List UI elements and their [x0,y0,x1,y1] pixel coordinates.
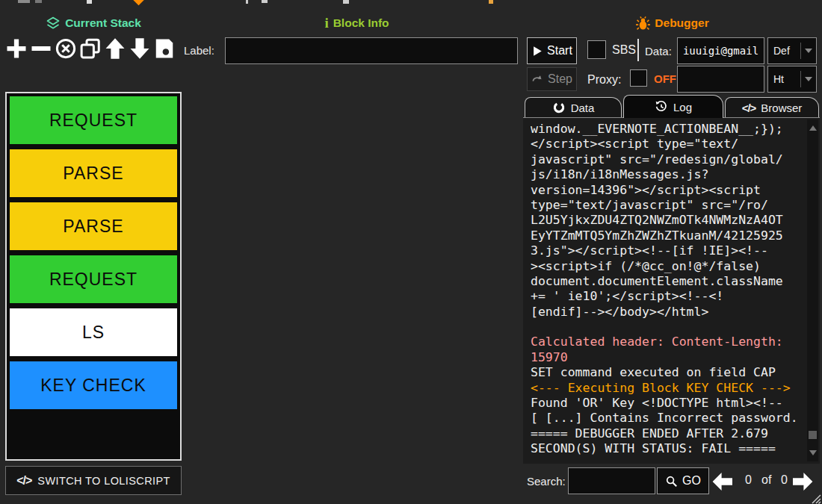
log-line: EyYTZmMTQ5YmZhZWZhZTkuanM/42125925 [531,228,805,243]
bug-icon [636,16,650,31]
tab-data[interactable]: Data [525,97,622,117]
switch-to-loliscript-button[interactable]: </> SWITCH TO LOLISCRIPT [5,466,182,495]
log-line: window.__EVERNOTE_ACTIONBEAN__;}); [531,122,805,137]
start-button-label: Start [547,44,572,57]
debugger-log-panel: window.__EVERNOTE_ACTIONBEAN__;});</scri… [523,117,820,464]
match-position: 0 [745,473,752,487]
log-line: ===== DEBUGGER ENDED AFTER 2.679 [531,426,805,441]
stack-block-request[interactable]: REQUEST [9,96,178,145]
wordlist-type-value: Def [768,45,800,57]
data-input[interactable] [677,37,764,64]
arrow-left-icon [711,473,735,491]
debugger-header: Debugger [523,14,822,32]
clipped-toolbar-fragment [87,0,92,4]
stack-list: REQUESTPARSEPARSEREQUESTLSKEY CHECK [5,92,182,461]
go-button-label: GO [682,474,701,488]
scroll-down-icon[interactable] [809,450,817,455]
tab-label: Browser [761,102,802,114]
tab-browser[interactable]: </>Browser [725,97,819,117]
proxy-checkbox[interactable] [630,69,647,87]
previous-match-button[interactable] [710,470,737,493]
openbullet-stacker-window: Current Stack i Block Info Debugger Labe… [0,0,822,504]
debugger-title: Debugger [655,16,708,30]
log-line: js/i18n/i18nMessages.js? [531,167,805,182]
plus-icon [5,37,28,63]
data-caption: Data: [645,45,672,57]
clipped-toolbar-fragment [18,0,30,3]
code-icon: </> [742,102,756,114]
stack-block-request[interactable]: REQUEST [9,255,178,304]
add-block-button[interactable] [4,35,28,65]
log-line: ><script>if (/*@cc_on!@*/false) [531,259,805,274]
search-icon [665,475,678,488]
sbs-label: SBS [612,43,636,57]
proxy-input[interactable] [677,66,764,93]
chevron-down-icon [801,49,816,53]
resize-grip-icon[interactable] [812,494,821,503]
code-icon: </> [16,474,31,488]
search-go-button[interactable]: GO [657,467,709,494]
log-line: <--- Executing Block KEY CHECK ---> [531,381,805,396]
log-line: [ [...] Contains Incorrect password. [531,411,805,426]
log-line: SET command executed on field CAP [531,365,805,380]
current-stack-header: Current Stack [0,14,187,32]
clear-stack-button[interactable] [54,35,77,65]
scrollbar-thumb[interactable] [809,431,817,439]
log-line: 3.js"></script><!--[if !IE]><!-- [531,243,805,258]
history-icon [655,100,668,113]
tab-log[interactable]: Log [623,95,723,118]
clipped-toolbar-fragment [246,0,248,4]
arrow-right-icon [790,473,814,491]
chevron-down-icon [801,77,816,81]
circle-x-icon [55,37,77,63]
stack-blocks: REQUESTPARSEPARSEREQUESTLSKEY CHECK [7,93,180,416]
block-label-input[interactable] [225,37,518,64]
log-line: Found 'OR' Key <!DOCTYPE html><!-- [531,396,805,411]
search-input[interactable] [568,467,655,494]
clipped-toolbar-fragment [133,0,145,5]
log-line: javascript" src="/redesign/global/ [531,152,805,167]
clipped-toolbar-fragment [343,0,349,4]
minus-icon [30,37,52,63]
move-block-up-button[interactable] [103,35,126,65]
stack-block-ls[interactable]: LS [9,308,178,357]
proxy-type-dropdown[interactable]: Ht [767,66,817,93]
match-of-label: of [761,473,771,487]
debugger-tabbar: DataLog</>Browser [523,95,820,117]
move-block-down-button[interactable] [128,35,151,65]
tab-label: Log [673,101,692,113]
clipped-toolbar-fragment [262,0,268,3]
block-info-title: Block Info [333,16,389,30]
start-debugger-button[interactable]: Start [527,37,577,64]
play-icon [531,46,543,57]
proxy-type-value: Ht [768,73,800,85]
wordlist-type-dropdown[interactable]: Def [767,37,817,64]
log-line: document.documentElement.className [531,274,805,289]
arrow-up-icon [104,37,126,63]
block-label-caption: Label: [184,44,214,57]
step-button-label: Step [548,72,572,86]
stack-block-parse[interactable]: PARSE [9,202,178,251]
tab-label: Data [571,102,595,114]
next-match-button[interactable] [788,470,815,493]
clone-block-button[interactable] [78,35,102,65]
scroll-up-icon[interactable] [809,125,817,131]
step-debugger-button[interactable]: Step [527,67,577,91]
log-scrollbar[interactable] [807,119,818,461]
sbs-checkbox[interactable] [587,40,606,59]
log-line: L2U5YjkxZDU4ZTQ2NWZmOTk4NWMzNzA4OT [531,213,805,228]
stack-block-key-check[interactable]: KEY CHECK [9,361,178,410]
stack-block-parse[interactable]: PARSE [9,149,178,198]
match-total: 0 [781,473,788,487]
switch-button-label: SWITCH TO LOLISCRIPT [37,475,170,487]
remove-block-button[interactable] [29,35,52,65]
clipped-toolbar-fragment [489,0,493,4]
current-stack-title: Current Stack [65,16,141,30]
arrow-down-icon [129,37,151,63]
search-caption: Search: [527,475,566,488]
save-config-button[interactable] [152,35,176,65]
layers-icon [46,16,61,31]
log-line [531,320,805,335]
step-icon [531,73,543,85]
clipped-toolbar-fragment [35,0,42,3]
